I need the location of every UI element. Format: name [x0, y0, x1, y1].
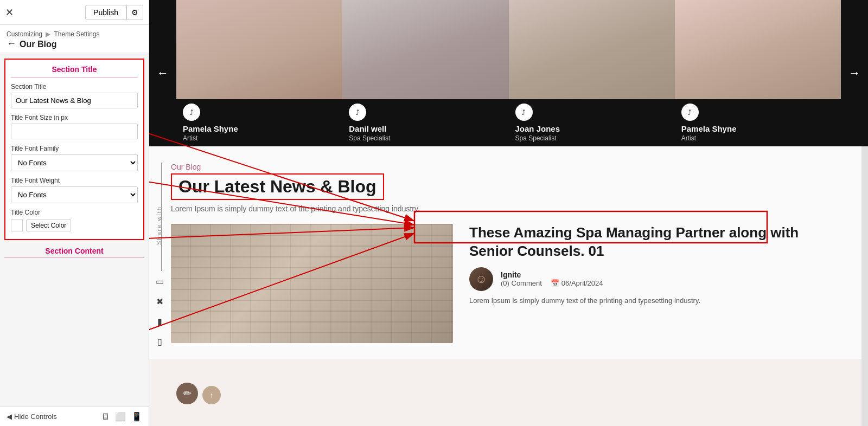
author-comment: (0) Comment [501, 279, 542, 287]
person-role-3: Spa Specialist [515, 134, 668, 142]
hide-controls-button[interactable]: ◀ Hide Controls [7, 412, 57, 421]
carousel-area: ← ⤴ Pamela Shyne Artist ⤴ Danil well Spa… [149, 0, 868, 146]
blog-author-row: ☺ Ignite (0) Comment 📅 06/April/2024 [469, 267, 846, 291]
bottom-bar: ◀ Hide Controls 🖥 ⬜ 📱 [0, 406, 149, 426]
person-name-2: Danil well [349, 124, 502, 133]
edit-fab2-button[interactable]: ↑ [202, 386, 221, 404]
section-title-input[interactable] [11, 93, 138, 108]
font-size-input[interactable] [11, 124, 138, 139]
hide-controls-label: Hide Controls [14, 412, 57, 421]
carousel-next-button[interactable]: → [841, 0, 868, 146]
person-card-bottom-1: ⤴ Pamela Shyne Artist [176, 99, 342, 146]
author-meta: (0) Comment 📅 06/April/2024 [501, 279, 603, 287]
close-button[interactable]: ✕ [5, 7, 14, 18]
person-name-3: Joan Jones [515, 124, 668, 133]
share-with-text: Share with [156, 206, 162, 245]
font-family-select[interactable]: No Fonts Arial Helvetica Times New Roman… [11, 154, 138, 171]
gear-button[interactable]: ⚙ [126, 5, 143, 20]
panel-page-title: Our Blog [20, 40, 56, 49]
font-weight-select[interactable]: No Fonts Normal Bold Lighter Bolder [11, 186, 138, 203]
blog-post-title: These Amazing Spa Managing Partner along… [469, 224, 846, 261]
blog-overtitle: Our Blog [171, 163, 846, 171]
panel-scroll: Section Title Section Title Title Font S… [0, 53, 149, 426]
person-card-bottom-4: ⤴ Pamela Shyne Artist [675, 99, 841, 146]
person-role-2: Spa Specialist [349, 134, 502, 142]
twitter-icon-button[interactable]: ✖ [156, 296, 164, 307]
blog-post-content: These Amazing Spa Managing Partner along… [469, 224, 846, 306]
blog-post-description: Lorem Ipsum is simply dummy text of the … [469, 295, 846, 306]
back-button[interactable]: ← [7, 38, 16, 49]
carousel-cards: ⤴ Pamela Shyne Artist ⤴ Danil well Spa S… [176, 0, 841, 146]
person-share-3[interactable]: ⤴ [515, 104, 533, 121]
font-family-label: Title Font Family [11, 145, 138, 152]
blog-post-image [171, 224, 453, 343]
facebook-icon-button[interactable]: ▮ [156, 317, 164, 327]
breadcrumb-area: Customizing ▶ Theme Settings ← Our Blog [0, 25, 149, 53]
person-card-1: ⤴ Pamela Shyne Artist [176, 0, 342, 146]
blog-section: Our Blog Our Latest News & Blog Lorem Ip… [149, 146, 868, 359]
section-title-field-label: Section Title [11, 83, 138, 91]
person-card-4: ⤴ Pamela Shyne Artist [675, 0, 841, 146]
section-content-label: Section Content [4, 247, 144, 258]
person-name-1: Pamela Shyne [183, 124, 336, 133]
person-name-4: Pamela Shyne [681, 124, 834, 133]
person-share-1[interactable]: ⤴ [183, 104, 200, 121]
blog-post-area: These Amazing Spa Managing Partner along… [171, 224, 846, 343]
person-share-4[interactable]: ⤴ [681, 104, 699, 121]
person-card-2: ⤴ Danil well Spa Specialist [342, 0, 508, 146]
bottom-icons: 🖥 ⬜ 📱 [101, 411, 142, 422]
author-name: Ignite [501, 270, 603, 279]
section-title-heading: Section Title [11, 65, 138, 78]
right-content-area: ← ⤴ Pamela Shyne Artist ⤴ Danil well Spa… [149, 0, 868, 426]
linkedin-icon-button[interactable]: ▯ [156, 337, 164, 347]
mobile-icon-button[interactable]: 📱 [131, 411, 142, 422]
person-card-bottom-3: ⤴ Joan Jones Spa Specialist [509, 99, 675, 146]
breadcrumb: Customizing ▶ Theme Settings [7, 30, 142, 38]
person-role-4: Artist [681, 134, 834, 142]
top-bar: ✕ Publish ⚙ [0, 0, 149, 25]
color-swatch [11, 220, 23, 231]
person-role-1: Artist [183, 134, 336, 142]
font-size-label: Title Font Size in px [11, 114, 138, 121]
author-avatar: ☺ [469, 267, 493, 291]
instagram-icon-button[interactable]: ▭ [156, 276, 164, 287]
hide-controls-arrow: ◀ [7, 412, 12, 421]
calendar-icon: 📅 [551, 279, 559, 287]
select-color-button[interactable]: Select Color [26, 220, 71, 231]
color-row: Select Color [11, 220, 138, 231]
left-panel: ✕ Publish ⚙ Customizing ▶ Theme Settings… [0, 0, 149, 426]
font-weight-label: Title Font Weight [11, 177, 138, 184]
person-card-bottom-2: ⤴ Danil well Spa Specialist [342, 99, 508, 146]
person-share-2[interactable]: ⤴ [349, 104, 366, 121]
author-info: Ignite (0) Comment 📅 06/April/2024 [501, 270, 603, 287]
desktop-icon-button[interactable]: 🖥 [101, 411, 110, 422]
blog-main-title: Our Latest News & Blog [171, 173, 384, 200]
section-title-box: Section Title Section Title Title Font S… [4, 59, 144, 240]
author-date: 📅 06/April/2024 [551, 279, 603, 287]
social-icons-column: ▭ ✖ ▮ ▯ [156, 276, 164, 347]
publish-button[interactable]: Publish [85, 5, 126, 20]
carousel-prev-button[interactable]: ← [149, 0, 176, 146]
edit-pencil-button[interactable]: ✏ [176, 383, 198, 404]
blog-subtitle: Lorem Ipsum is simply dummy text of the … [171, 204, 846, 213]
blog-title-row: Our Latest News & Blog [171, 173, 846, 200]
person-card-3: ⤴ Joan Jones Spa Specialist [509, 0, 675, 146]
tablet-icon-button[interactable]: ⬜ [115, 411, 126, 422]
title-color-label: Title Color [11, 209, 138, 216]
